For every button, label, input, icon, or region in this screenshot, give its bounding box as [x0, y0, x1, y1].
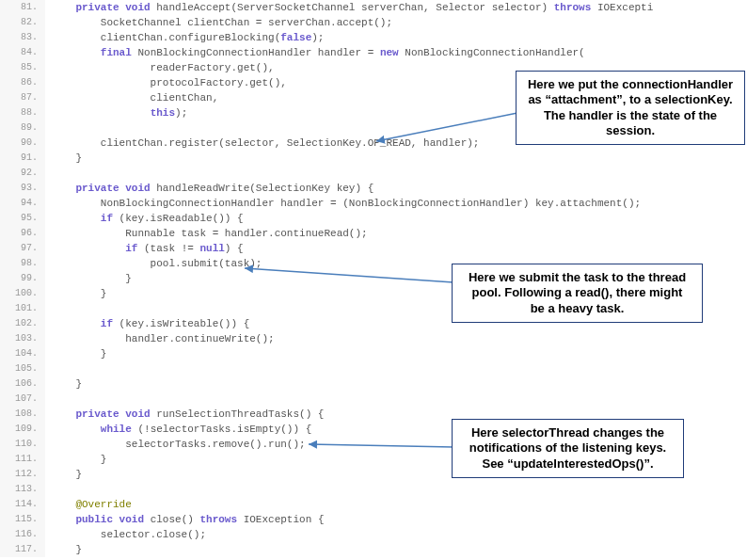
callout-connection-handler: Here we put the connectionHandler as “at… — [516, 71, 745, 145]
callout-line: pool. Following a read(), there might — [462, 285, 692, 300]
callout-line: be a heavy task. — [462, 301, 692, 316]
callout-line: notifications of the listening keys. — [462, 440, 674, 456]
callout-line: Here selectorThread changes the — [462, 425, 674, 440]
svg-line-2 — [309, 444, 453, 447]
callout-selector-thread: Here selectorThread changes the notifica… — [452, 419, 684, 478]
callout-line: Here we put the connectionHandler — [526, 77, 735, 92]
callout-submit-task: Here we submit the task to the thread po… — [452, 264, 703, 323]
callout-line: Here we submit the task to the thread — [462, 270, 692, 285]
callout-line: as “attachment”, to a selectionKey. — [526, 92, 735, 107]
callout-line: session. — [526, 123, 735, 138]
callout-line: See “updateInterestedOps()”. — [462, 456, 674, 472]
callout-line: The handler is the state of the — [526, 108, 735, 123]
